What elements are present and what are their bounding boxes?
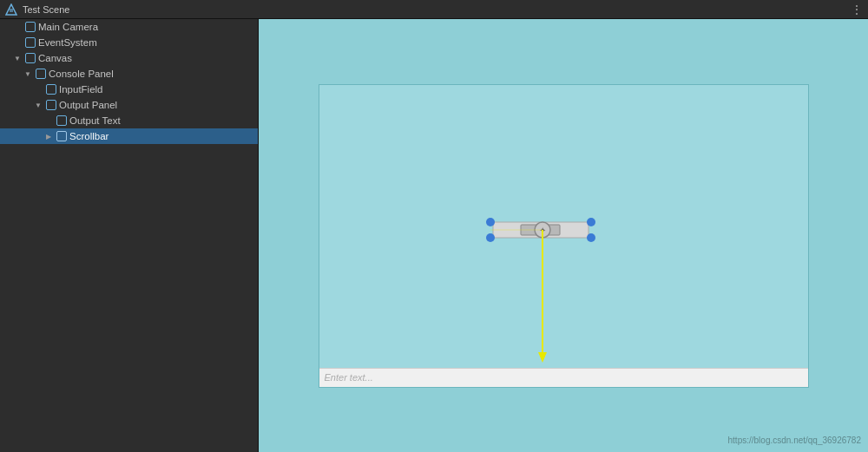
scene-view[interactable]: ✦ Enter text... https://blog.csdn.net/qq… bbox=[259, 19, 868, 452]
hierarchy-label-scrollbar: Scrollbar bbox=[69, 131, 108, 141]
gameobject-icon-output-text bbox=[56, 115, 68, 127]
hierarchy-item-output-panel[interactable]: Output Panel bbox=[0, 97, 258, 113]
input-field-bar[interactable]: Enter text... bbox=[319, 368, 808, 387]
title-bar-title: Test Scene bbox=[23, 4, 845, 15]
title-bar-menu[interactable]: ⋮ bbox=[851, 3, 863, 16]
gameobject-icon-main-camera bbox=[24, 21, 36, 33]
svg-rect-3 bbox=[521, 225, 560, 235]
title-bar-icon bbox=[5, 3, 17, 16]
hierarchy-item-console-panel[interactable]: Console Panel bbox=[0, 66, 258, 82]
title-bar: Test Scene ⋮ bbox=[0, 0, 868, 19]
svg-point-7 bbox=[486, 233, 495, 242]
input-placeholder: Enter text... bbox=[325, 372, 373, 383]
hierarchy-item-canvas[interactable]: Canvas bbox=[0, 50, 258, 66]
gameobject-icon-output-panel bbox=[45, 99, 57, 111]
hierarchy-label-main-camera: Main Camera bbox=[38, 22, 98, 32]
gameobject-icon-event-system bbox=[24, 36, 36, 49]
svg-text:✦: ✦ bbox=[539, 226, 546, 235]
gameobject-icon-console-panel bbox=[35, 68, 47, 80]
hierarchy-panel: Main Camera EventSystem Canvas Console P… bbox=[0, 19, 259, 452]
svg-marker-11 bbox=[538, 352, 547, 363]
hierarchy-item-main-camera[interactable]: Main Camera bbox=[0, 19, 258, 35]
svg-point-8 bbox=[587, 218, 595, 226]
svg-point-4 bbox=[535, 222, 550, 238]
hierarchy-item-output-text[interactable]: Output Text bbox=[0, 113, 258, 128]
hierarchy-label-console-panel: Console Panel bbox=[49, 69, 114, 79]
main-layout: Main Camera EventSystem Canvas Console P… bbox=[0, 19, 868, 452]
svg-point-6 bbox=[486, 218, 495, 226]
expand-arrow-output-panel[interactable] bbox=[33, 100, 43, 110]
hierarchy-label-inputfield: InputField bbox=[59, 84, 103, 95]
hierarchy-label-output-panel: Output Panel bbox=[59, 100, 117, 110]
hierarchy-item-event-system[interactable]: EventSystem bbox=[0, 35, 258, 50]
expand-arrow-console-panel[interactable] bbox=[23, 69, 33, 79]
scene-canvas: ✦ Enter text... bbox=[319, 84, 809, 388]
svg-rect-2 bbox=[493, 222, 589, 238]
gameobject-icon-inputfield bbox=[45, 83, 57, 95]
gameobject-icon-scrollbar bbox=[56, 130, 68, 142]
svg-point-9 bbox=[587, 233, 595, 242]
expand-arrow-scrollbar[interactable] bbox=[43, 131, 54, 141]
watermark: https://blog.csdn.net/qq_36926782 bbox=[728, 436, 861, 445]
gameobject-icon-canvas bbox=[24, 52, 36, 64]
expand-arrow-canvas[interactable] bbox=[12, 53, 23, 63]
hierarchy-item-scrollbar[interactable]: Scrollbar bbox=[0, 128, 258, 144]
hierarchy-label-canvas: Canvas bbox=[38, 53, 72, 63]
hierarchy-label-event-system: EventSystem bbox=[38, 37, 97, 48]
scene-visualization: ✦ bbox=[319, 85, 808, 387]
svg-rect-1 bbox=[10, 9, 13, 12]
hierarchy-item-inputfield[interactable]: InputField bbox=[0, 82, 258, 97]
hierarchy-label-output-text: Output Text bbox=[69, 115, 121, 126]
